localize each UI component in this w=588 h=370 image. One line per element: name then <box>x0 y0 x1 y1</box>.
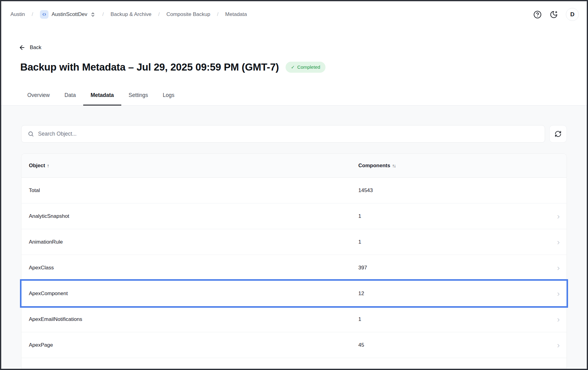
chevron-right-icon: › <box>547 212 560 220</box>
breadcrumb-item-section[interactable]: Composite Backup <box>166 11 210 17</box>
table-header-row: Object↑ Components↑↓ <box>21 154 567 178</box>
components-count-cell: 1 <box>358 316 547 322</box>
column-header-object[interactable]: Object↑ <box>29 163 358 169</box>
dark-mode-toggle[interactable] <box>550 10 558 19</box>
tab-metadata[interactable]: Metadata <box>83 92 121 106</box>
org-selector[interactable]: AustinScottDev <box>40 10 95 19</box>
code-brackets-icon <box>40 10 49 19</box>
table-row[interactable]: ApexEmailNotifications 1 › <box>21 306 567 332</box>
status-badge: ✓ Completed <box>286 62 325 73</box>
back-label: Back <box>30 44 41 51</box>
chevron-right-icon: › <box>547 238 560 246</box>
tab-data[interactable]: Data <box>57 92 83 106</box>
tab-overview[interactable]: Overview <box>20 92 57 106</box>
components-count-cell: 1 <box>358 213 547 219</box>
breadcrumb: Austin / AustinScottDev / Backup & Archi… <box>1 1 587 25</box>
components-count-cell: 12 <box>358 291 547 297</box>
object-name-cell: AnimationRule <box>29 239 358 245</box>
page-title: Backup with Metadata – Jul 29, 2025 09:5… <box>20 61 279 73</box>
table-row[interactable]: AnalyticSnapshot 1 › <box>21 203 567 229</box>
page-header: Austin / AustinScottDev / Backup & Archi… <box>1 1 587 106</box>
components-count-cell: 1 <box>358 239 547 245</box>
breadcrumb-separator: / <box>217 11 219 17</box>
object-name-cell: ApexClass <box>29 265 358 271</box>
tab-logs[interactable]: Logs <box>155 92 182 106</box>
breadcrumb-item-env[interactable]: Austin <box>10 11 25 17</box>
arrow-left-icon <box>19 44 25 51</box>
search-box[interactable] <box>21 125 545 143</box>
table-body: Total 14543 › AnalyticSnapshot 1 › Anima… <box>21 178 567 358</box>
object-name-cell: AnalyticSnapshot <box>29 213 358 219</box>
object-name-cell: ApexPage <box>29 342 358 348</box>
search-input[interactable] <box>38 131 539 137</box>
breadcrumb-item-page: Metadata <box>225 11 247 17</box>
check-icon: ✓ <box>291 64 295 70</box>
chevron-right-icon: › <box>547 264 560 272</box>
table-row[interactable]: Total 14543 › <box>21 178 567 203</box>
breadcrumb-separator: / <box>158 11 160 17</box>
table-row[interactable]: ApexPage 45 › <box>21 332 567 358</box>
components-count-cell: 45 <box>358 342 547 348</box>
chevron-right-icon: › <box>547 315 560 323</box>
table-row[interactable]: AnimationRule 1 › <box>21 229 567 255</box>
metadata-table: Object↑ Components↑↓ Total 14543 › Analy… <box>21 153 567 369</box>
breadcrumb-separator: / <box>102 11 104 17</box>
table-row[interactable]: ApexComponent 12 › <box>21 281 567 306</box>
moon-star-icon <box>550 10 558 19</box>
breadcrumb-separator: / <box>32 11 33 17</box>
sort-both-icon: ↑↓ <box>392 163 395 168</box>
tab-settings[interactable]: Settings <box>121 92 155 106</box>
search-icon <box>28 131 34 137</box>
column-header-components[interactable]: Components↑↓ <box>358 163 547 169</box>
refresh-icon <box>555 130 562 137</box>
table-row[interactable]: ApexClass 397 › <box>21 255 567 281</box>
help-circle-icon <box>533 10 542 19</box>
object-name-cell: ApexComponent <box>29 291 358 297</box>
breadcrumb-item-service[interactable]: Backup & Archive <box>111 11 151 17</box>
object-name-cell: ApexEmailNotifications <box>29 316 358 322</box>
chevron-right-icon: › <box>547 290 560 298</box>
chevrons-up-down-icon <box>90 12 95 17</box>
components-count-cell: 397 <box>358 265 547 271</box>
user-avatar[interactable]: D <box>566 8 579 21</box>
metadata-tab-panel: Object↑ Components↑↓ Total 14543 › Analy… <box>1 106 587 369</box>
help-button[interactable] <box>533 10 542 19</box>
org-name: AustinScottDev <box>52 11 87 17</box>
refresh-button[interactable] <box>549 125 567 143</box>
sort-asc-icon: ↑ <box>47 163 49 168</box>
tab-bar: Overview Data Metadata Settings Logs <box>1 92 587 106</box>
back-button[interactable]: Back <box>19 44 41 51</box>
components-count-cell: 14543 <box>358 187 547 194</box>
chevron-right-icon: › <box>547 341 560 349</box>
object-name-cell: Total <box>29 187 358 194</box>
status-badge-label: Completed <box>297 64 320 70</box>
